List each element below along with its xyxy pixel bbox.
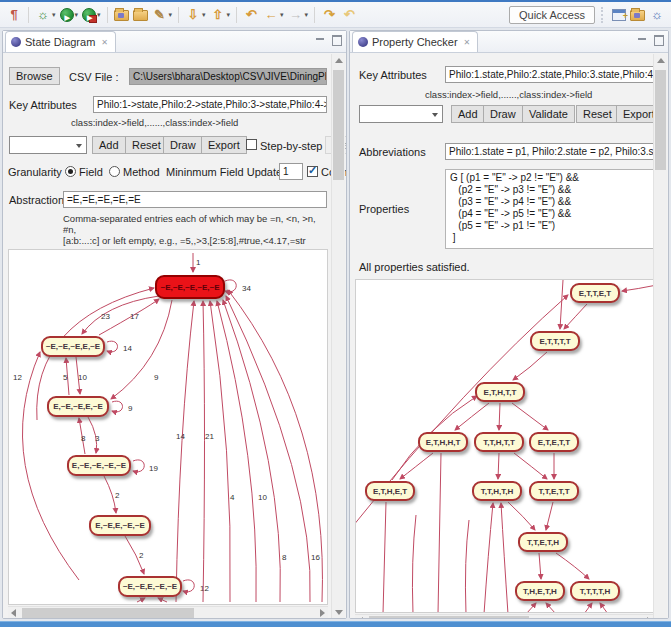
state-node[interactable]: ~E,~E,E,~E,~E	[118, 576, 182, 597]
state-node[interactable]: ~E,~E,~E,E,~E	[41, 336, 105, 357]
state-node[interactable]: E,T,E,T,T	[529, 432, 579, 452]
redo-icon[interactable]: ↷	[321, 7, 337, 23]
open-folder-icon[interactable]	[133, 10, 148, 21]
minimize-icon[interactable]	[637, 35, 647, 44]
tab-close-icon[interactable]	[464, 38, 471, 47]
granularity-field-radio[interactable]	[65, 166, 76, 177]
debug-icon[interactable]: ☼▾	[34, 5, 57, 25]
tab-close-icon[interactable]	[101, 38, 108, 47]
state-diagram-canvas[interactable]: 1231734141251099831922121421410816 ~E,~E…	[8, 249, 328, 605]
open-file-icon[interactable]	[113, 5, 130, 25]
dropdown-caret-icon[interactable]: ▾	[97, 11, 101, 19]
state-node[interactable]: E,~E,~E,E,~E	[47, 396, 109, 417]
dropdown-caret-icon[interactable]: ▾	[227, 11, 231, 19]
scroll-left-icon[interactable]	[358, 617, 363, 618]
scroll-down-icon[interactable]	[335, 610, 343, 615]
annotate-brush-icon[interactable]: ✎▾	[151, 5, 174, 25]
state-node[interactable]: E,T,H,T,T	[475, 382, 525, 402]
state-node[interactable]: T,H,E,T,H	[515, 581, 565, 601]
open-folder-icon[interactable]	[132, 5, 149, 25]
properties-field[interactable]: G [ (p1 = "E" -> p2 != "E") && (p2 = "E"…	[445, 169, 655, 249]
horizontal-scrollbar[interactable]	[8, 606, 328, 618]
paragraph-mark-icon[interactable]: ¶	[6, 7, 22, 23]
state-node[interactable]: E,~E,~E,~E,~E	[67, 455, 131, 476]
undo-icon[interactable]: ↶	[243, 7, 259, 23]
coverage-icon[interactable]: ▾	[81, 5, 102, 25]
key-attributes-field[interactable]: Philo:1->state,Philo:2->state,Philo:3->s…	[93, 96, 327, 113]
forward-icon[interactable]: →	[288, 7, 304, 23]
state-node[interactable]: T,T,H,T,H	[472, 481, 522, 501]
undo-all-icon[interactable]: ↶	[341, 7, 357, 23]
reset-button[interactable]: Reset	[576, 105, 619, 123]
dropdown-caret-icon[interactable]: ▾	[52, 11, 56, 19]
scrollbar-thumb[interactable]	[333, 70, 344, 180]
paragraph-mark-icon[interactable]: ¶	[5, 5, 23, 25]
reset-button[interactable]: Reset	[125, 136, 168, 154]
scrollbar-thumb[interactable]	[369, 616, 529, 618]
dropdown-caret-icon[interactable]: ▾	[75, 11, 79, 19]
import-icon[interactable]: ⇩	[185, 7, 201, 23]
tab-property-checker[interactable]: Property Checker	[352, 31, 478, 52]
draw-button[interactable]: Draw	[483, 105, 523, 123]
coverage-icon[interactable]	[82, 8, 96, 22]
scroll-right-icon[interactable]	[320, 609, 325, 617]
dropdown-caret-icon[interactable]: ▾	[169, 11, 173, 19]
state-node[interactable]: E,T,H,H,T	[418, 432, 468, 452]
redo-icon[interactable]: ↷	[320, 5, 338, 25]
dropdown-caret-icon[interactable]: ▾	[280, 11, 284, 19]
property-diagram-canvas[interactable]: E,T,T,E,TE,T,T,T,TE,T,H,T,TE,T,H,H,TT,T,…	[355, 279, 655, 613]
undo-all-icon[interactable]: ↶	[340, 5, 358, 25]
scroll-up-icon[interactable]	[657, 58, 665, 63]
run-icon[interactable]: ▾	[59, 5, 80, 25]
back-icon[interactable]: ←▾	[262, 5, 285, 25]
undo-icon[interactable]: ↶	[242, 5, 260, 25]
state-node[interactable]: E,T,T,E,T	[570, 283, 620, 303]
open-file-icon[interactable]	[114, 10, 129, 21]
state-node[interactable]: T,T,T,T,H	[570, 581, 620, 601]
state-node[interactable]: E,~E,E,~E,~E	[89, 515, 151, 536]
scroll-up-icon[interactable]	[335, 58, 343, 63]
abstraction-field[interactable]: =E,=E,=E,=E,=E	[63, 191, 327, 208]
minimize-icon[interactable]	[315, 35, 325, 44]
scroll-right-icon[interactable]	[647, 617, 652, 618]
maximize-icon[interactable]	[653, 35, 663, 44]
key-attributes-field[interactable]: Philo:1.state,Philo:2.state,Philo:3.stat…	[445, 66, 655, 83]
vertical-scrollbar[interactable]	[331, 54, 345, 618]
back-icon[interactable]: ←	[263, 7, 279, 23]
scroll-left-icon[interactable]	[11, 609, 16, 617]
run-icon[interactable]	[60, 8, 74, 22]
java-perspective-icon[interactable]	[630, 10, 645, 21]
export-button[interactable]: Export	[201, 136, 247, 154]
forward-icon[interactable]: →▾	[287, 5, 310, 25]
maximize-icon[interactable]	[331, 35, 341, 44]
export-icon[interactable]: ⇧▾	[209, 5, 232, 25]
count-trans-checkbox[interactable]	[307, 166, 318, 177]
state-node[interactable]: T,T,H,T,T	[474, 432, 524, 452]
debug-icon[interactable]: ☼	[35, 7, 51, 23]
state-node[interactable]: T,T,E,T,T	[529, 481, 579, 501]
annotate-brush-icon[interactable]: ✎	[152, 7, 168, 23]
validate-button[interactable]: Validate	[522, 105, 575, 123]
state-node[interactable]: E,T,H,E,T	[365, 481, 415, 501]
draw-button[interactable]: Draw	[163, 136, 203, 154]
tab-state-diagram[interactable]: State Diagram	[5, 31, 116, 52]
min-field-updates-input[interactable]: 1	[279, 163, 303, 180]
add-button[interactable]: Add	[92, 136, 126, 154]
abbreviations-field[interactable]: Philo:1.state = p1, Philo:2.state = p2, …	[445, 143, 655, 160]
query-combo[interactable]	[9, 136, 87, 154]
property-combo[interactable]	[359, 105, 443, 123]
java-perspective-icon[interactable]	[629, 5, 646, 25]
state-node[interactable]: E,T,T,T,T	[530, 331, 580, 351]
scrollbar-thumb[interactable]	[22, 608, 194, 618]
state-node[interactable]: ~E,~E,~E,~E,~E	[155, 275, 225, 299]
granularity-method-radio[interactable]	[109, 166, 120, 177]
dropdown-caret-icon[interactable]: ▾	[305, 11, 309, 19]
open-perspective-icon[interactable]	[611, 5, 627, 25]
quick-access-button[interactable]: Quick Access	[509, 6, 595, 24]
debug-perspective-icon[interactable]: ☼	[648, 5, 666, 25]
csv-file-field[interactable]: C:\Users\bhara\Desktop\CSV\JIVE\DiningPh…	[129, 68, 327, 85]
add-button[interactable]: Add	[451, 105, 485, 123]
dropdown-caret-icon[interactable]: ▾	[202, 11, 206, 19]
open-perspective-icon[interactable]	[612, 9, 626, 21]
scrollbar-thumb[interactable]	[655, 70, 666, 170]
